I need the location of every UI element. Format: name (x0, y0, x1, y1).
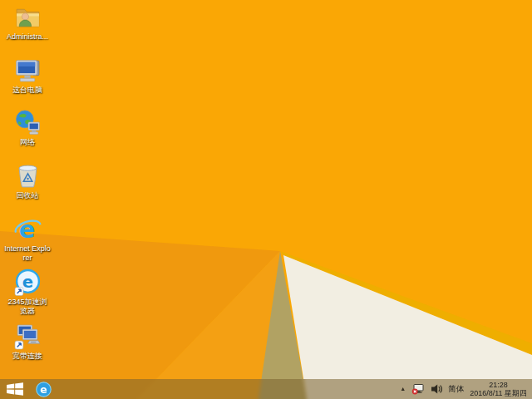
ime-language-indicator[interactable]: 简体 (448, 384, 464, 395)
user-folder-icon (14, 3, 42, 31)
shortcut-arrow-overlay (15, 341, 23, 349)
svg-text:e: e (40, 382, 47, 395)
desktop-icon-administrator-folder[interactable]: Administra... (4, 3, 51, 42)
clock-date: 2016/8/11 星期四 (470, 389, 527, 398)
volume-icon[interactable] (431, 383, 442, 395)
icon-label: 这台电脑 (4, 86, 51, 95)
start-button[interactable] (0, 379, 30, 399)
computer-icon (14, 57, 42, 84)
icon-label: 回收站 (4, 191, 51, 200)
icon-label: 网络 (4, 138, 51, 147)
icon-label: Administra... (4, 32, 51, 42)
icon-label: 宽带连接 (4, 352, 51, 361)
system-tray: ▲ 简体 21:28 2016/8/11 星期四 (400, 379, 532, 399)
shortcut-arrow-overlay (15, 288, 23, 296)
ie-icon: e (14, 215, 42, 243)
svg-text:e: e (22, 273, 32, 292)
desktop: Administra... 这台电脑 网络 (0, 0, 532, 399)
recycle-bin-icon (14, 162, 42, 190)
svg-text:e: e (18, 215, 35, 243)
taskbar: e ▲ 简体 21:28 2016/8/11 星期四 (0, 379, 532, 399)
desktop-icon-network[interactable]: 网络 (4, 109, 51, 147)
desktop-icon-internet-explorer[interactable]: e Internet Explorer (4, 215, 51, 262)
desktop-icon-this-pc[interactable]: 这台电脑 (4, 57, 51, 95)
broadband-connection-icon (14, 323, 42, 350)
clock[interactable]: 21:28 2016/8/11 星期四 (470, 381, 527, 398)
2345-browser-icon: e (14, 268, 42, 296)
taskbar-internet-explorer-button[interactable]: e (30, 379, 57, 399)
show-hidden-icons-button[interactable]: ▲ (400, 386, 406, 392)
icon-label: Internet Explorer (4, 244, 51, 262)
ie-taskbar-icon: e (36, 382, 52, 397)
clock-time: 21:28 (470, 381, 527, 390)
windows-logo-icon (7, 382, 23, 396)
icon-label: 2345加速浏览器 (4, 298, 51, 315)
desktop-icon-broadband-connection[interactable]: 宽带连接 (4, 323, 51, 361)
desktop-icon-recycle-bin[interactable]: 回收站 (4, 162, 51, 200)
wallpaper (0, 0, 532, 399)
network-disconnected-icon[interactable] (411, 383, 425, 395)
desktop-icon-2345-browser[interactable]: e 2345加速浏览器 (4, 268, 51, 315)
network-globe-icon (14, 109, 42, 136)
